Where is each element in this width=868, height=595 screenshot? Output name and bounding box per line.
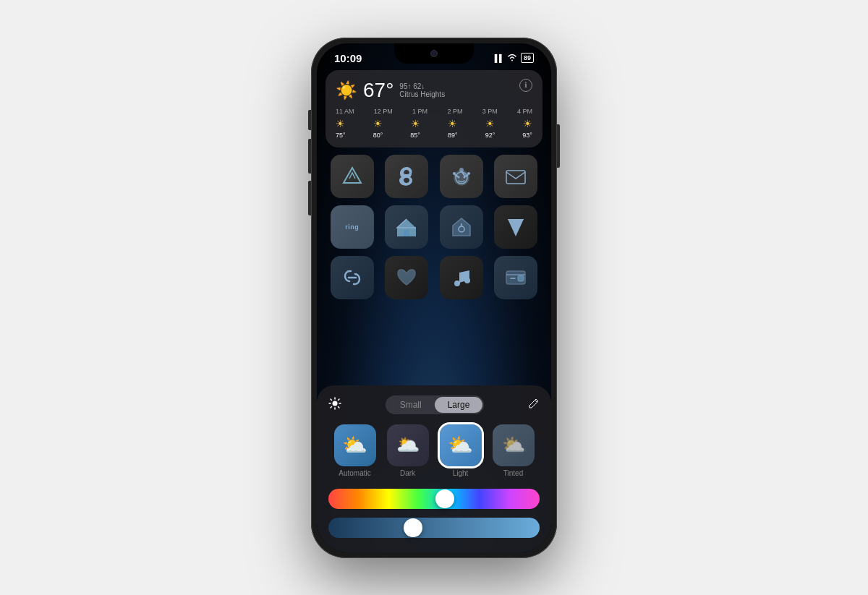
ring-icon[interactable]: ring [331, 205, 374, 249]
light-label: Light [453, 469, 469, 477]
size-pills: Small Large [386, 395, 485, 414]
weather-info-button[interactable]: ℹ [519, 79, 532, 92]
color-slider-thumb[interactable] [435, 489, 454, 508]
small-size-pill[interactable]: Small [387, 397, 435, 413]
phone-screen: 10:09 ▌▌ 89 ☀️ [317, 43, 551, 552]
automatic-style-option[interactable]: ⛅ Automatic [334, 424, 376, 477]
svg-line-21 [339, 399, 340, 401]
svg-rect-13 [518, 275, 524, 281]
color-slider-row [328, 489, 540, 509]
signal-icon: ▌▌ [495, 54, 503, 62]
health-icon[interactable] [385, 256, 428, 299]
large-size-pill[interactable]: Large [435, 397, 483, 413]
tinted-style-option[interactable]: ⛅ Tinted [493, 424, 535, 477]
brightness-track[interactable] [328, 518, 540, 538]
linea-icon[interactable] [331, 256, 374, 299]
tinted-label: Tinted [503, 469, 523, 477]
weather-header: ☀️ 67° 95↑ 62↓ Citrus Heights ℹ [336, 79, 532, 102]
wifi-icon [507, 53, 517, 63]
weather-details: 95↑ 62↓ Citrus Heights [399, 82, 445, 98]
svg-line-22 [331, 406, 332, 408]
hour-sun-3: ☀ [411, 118, 420, 129]
hour-sun-5: ☀ [485, 118, 495, 129]
hour-sun-4: ☀ [448, 118, 457, 129]
svg-line-19 [331, 399, 332, 401]
power-button[interactable] [557, 124, 560, 168]
svg-point-11 [464, 278, 470, 283]
ring-label: ring [345, 223, 359, 231]
weather-temps-row: 75° 80° 85° 89° 92° 93° [336, 132, 532, 139]
weather-location: Citrus Heights [399, 90, 445, 98]
hour-sun-2: ☀ [373, 118, 383, 129]
bottom-panel: Small Large ⛅ Automatic [317, 385, 551, 552]
weather-temp-area: ☀️ 67° 95↑ 62↓ Citrus Heights [336, 79, 445, 102]
weather-times-row: 11 AM 12 PM 1 PM 2 PM 3 PM 4 PM [336, 108, 532, 115]
weather-temperature: 67° [363, 79, 393, 102]
weather-temp-block: 67° [363, 79, 393, 102]
weather-sun-icon: ☀️ [336, 80, 357, 100]
pencil-icon[interactable] [528, 398, 540, 412]
size-controls: Small Large [328, 395, 540, 414]
svg-rect-8 [404, 230, 409, 236]
notch [394, 43, 474, 64]
light-style-option[interactable]: ⛅ Light [440, 424, 482, 477]
homekit-icon[interactable] [440, 205, 483, 249]
brightness-slider-row [328, 518, 540, 538]
tesla-icon[interactable] [494, 205, 537, 249]
color-track[interactable] [328, 489, 540, 509]
svg-rect-7 [506, 171, 525, 184]
svg-point-0 [454, 171, 469, 185]
gmail-icon[interactable] [494, 155, 537, 198]
volume-down-button[interactable] [308, 181, 311, 215]
battery-icon: 89 [521, 53, 534, 63]
svg-point-14 [333, 401, 338, 406]
brightness-slider-thumb[interactable] [404, 518, 422, 537]
hour-sun-1: ☀ [336, 118, 345, 129]
status-icons: ▌▌ 89 [495, 53, 534, 63]
music-icon[interactable] [440, 256, 483, 299]
reddit-icon[interactable] [440, 155, 483, 198]
dark-icon-preview: 🌥️ [387, 424, 429, 466]
status-time: 10:09 [334, 52, 362, 64]
weather-icons-row: ☀ ☀ ☀ ☀ ☀ ☀ [336, 118, 532, 129]
automatic-icon-preview: ⛅ [334, 424, 376, 466]
weather-hilow: 95↑ 62↓ [399, 82, 445, 90]
battery-level: 89 [524, 54, 531, 61]
silent-switch[interactable] [308, 110, 311, 130]
icon-style-options: ⛅ Automatic 🌥️ Dark ⛅ Light [328, 424, 540, 477]
brightness-icon [328, 397, 341, 413]
light-icon-preview: ⛅ [440, 424, 482, 466]
svg-point-6 [453, 172, 456, 175]
threads-icon[interactable] [385, 155, 428, 198]
home-icon[interactable] [385, 205, 428, 249]
volume-up-button[interactable] [308, 139, 311, 174]
phone-device: 10:09 ▌▌ 89 ☀️ [311, 38, 557, 558]
app-store-icon[interactable] [331, 155, 374, 198]
camera [430, 50, 438, 57]
dark-label: Dark [400, 469, 415, 477]
weather-widget[interactable]: ☀️ 67° 95↑ 62↓ Citrus Heights ℹ 11 AM 12… [326, 70, 542, 147]
tinted-icon-preview: ⛅ [493, 424, 535, 466]
wallet-icon[interactable] [494, 256, 537, 299]
dark-style-option[interactable]: 🌥️ Dark [387, 424, 429, 477]
svg-point-10 [454, 281, 460, 286]
app-grid-row1: ring [317, 155, 551, 299]
hour-sun-6: ☀ [523, 118, 532, 129]
automatic-label: Automatic [339, 469, 370, 477]
svg-line-20 [339, 406, 340, 408]
